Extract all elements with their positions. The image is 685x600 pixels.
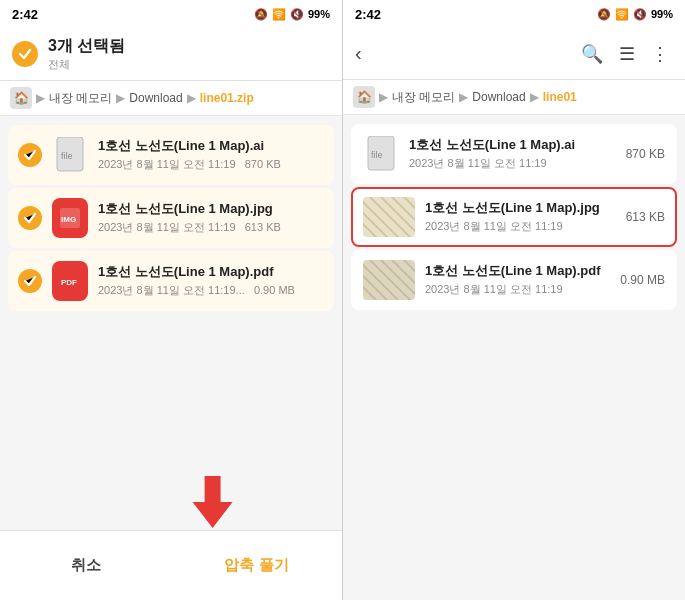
- right-file-item-pdf[interactable]: 1호선 노선도(Line 1 Map).pdf 2023년 8월 11일 오전 …: [351, 250, 677, 310]
- svg-text:file: file: [371, 150, 383, 160]
- left-bottom-bar: 취소 압축 풀기: [0, 530, 342, 600]
- home-icon[interactable]: 🏠: [10, 87, 32, 109]
- cancel-button[interactable]: 취소: [0, 531, 171, 600]
- sep2: ▶: [116, 91, 125, 105]
- wifi-icon: 🛜: [272, 8, 286, 21]
- right-wifi-icon: 🛜: [615, 8, 629, 21]
- crumb-internal[interactable]: 내장 메모리: [49, 90, 112, 107]
- right-crumb-internal[interactable]: 내장 메모리: [392, 89, 455, 106]
- right-file-meta-pdf: 2023년 8월 11일 오전 11:19: [425, 282, 610, 297]
- left-status-bar: 2:42 🔕 🛜 🔇 99%: [0, 0, 342, 28]
- right-breadcrumb: 🏠 ▶ 내장 메모리 ▶ Download ▶ line01: [343, 80, 685, 115]
- file-info-ai: 1호선 노선도(Line 1 Map).ai 2023년 8월 11일 오전 1…: [98, 138, 324, 172]
- right-file-item-jpg[interactable]: 1호선 노선도(Line 1 Map).jpg 2023년 8월 11일 오전 …: [351, 187, 677, 247]
- file-meta-pdf: 2023년 8월 11일 오전 11:19... 0.90 MB: [98, 283, 324, 298]
- all-label: 전체: [48, 57, 125, 72]
- list-icon[interactable]: ☰: [615, 39, 639, 69]
- right-file-meta-ai: 2023년 8월 11일 오전 11:19: [409, 156, 616, 171]
- file-info-pdf: 1호선 노선도(Line 1 Map).pdf 2023년 8월 11일 오전 …: [98, 264, 324, 298]
- right-file-meta-jpg: 2023년 8월 11일 오전 11:19: [425, 219, 616, 234]
- right-file-size-jpg: 613 KB: [626, 210, 665, 224]
- file-checkbox-jpg[interactable]: [18, 206, 42, 230]
- file-name-jpg: 1호선 노선도(Line 1 Map).jpg: [98, 201, 324, 218]
- right-battery-label: 99%: [651, 8, 673, 20]
- right-sep1: ▶: [379, 90, 388, 104]
- right-mute-icon: 🔕: [597, 8, 611, 21]
- file-meta-ai: 2023년 8월 11일 오전 11:19 870 KB: [98, 157, 324, 172]
- right-sound-icon: 🔇: [633, 8, 647, 21]
- battery-label: 99%: [308, 8, 330, 20]
- sep1: ▶: [36, 91, 45, 105]
- right-file-info-ai: 1호선 노선도(Line 1 Map).ai 2023년 8월 11일 오전 1…: [409, 137, 616, 171]
- right-file-list: file 1호선 노선도(Line 1 Map).ai 2023년 8월 11일…: [343, 115, 685, 600]
- left-panel: 2:42 🔕 🛜 🔇 99% 3개 선택됨 전체 🏠 ▶ 내장 메모리 ▶ Do…: [0, 0, 342, 600]
- cancel-label: 취소: [71, 556, 101, 575]
- sep3: ▶: [187, 91, 196, 105]
- right-status-bar: 2:42 🔕 🛜 🔇 99%: [343, 0, 685, 28]
- right-header: ‹ 🔍 ☰ ⋮: [343, 28, 685, 80]
- file-checkbox-ai[interactable]: [18, 143, 42, 167]
- left-time: 2:42: [12, 7, 38, 22]
- right-file-info-jpg: 1호선 노선도(Line 1 Map).jpg 2023년 8월 11일 오전 …: [425, 200, 616, 234]
- back-button[interactable]: ‹: [355, 42, 362, 65]
- right-file-icon-ai: file: [363, 134, 399, 174]
- mute-icon: 🔕: [254, 8, 268, 21]
- right-time: 2:42: [355, 7, 381, 22]
- file-meta-jpg: 2023년 8월 11일 오전 11:19 613 KB: [98, 220, 324, 235]
- right-sep2: ▶: [459, 90, 468, 104]
- right-file-size-pdf: 0.90 MB: [620, 273, 665, 287]
- right-file-info-pdf: 1호선 노선도(Line 1 Map).pdf 2023년 8월 11일 오전 …: [425, 263, 610, 297]
- right-crumb-download[interactable]: Download: [472, 90, 525, 104]
- extract-label: 압축 풀기: [224, 556, 288, 575]
- file-item-pdf[interactable]: PDF 1호선 노선도(Line 1 Map).pdf 2023년 8월 11일…: [8, 251, 334, 311]
- more-icon[interactable]: ⋮: [647, 39, 673, 69]
- file-name-pdf: 1호선 노선도(Line 1 Map).pdf: [98, 264, 324, 281]
- extract-button[interactable]: 압축 풀기: [171, 531, 342, 600]
- right-file-name-pdf: 1호선 노선도(Line 1 Map).pdf: [425, 263, 610, 280]
- right-sep3: ▶: [530, 90, 539, 104]
- svg-text:PDF: PDF: [61, 278, 77, 287]
- left-status-icons: 🔕 🛜 🔇 99%: [254, 8, 330, 21]
- crumb-file[interactable]: line01.zip: [200, 91, 254, 105]
- file-info-jpg: 1호선 노선도(Line 1 Map).jpg 2023년 8월 11일 오전 …: [98, 201, 324, 235]
- file-icon-pdf: PDF: [52, 261, 88, 301]
- svg-text:IMG: IMG: [61, 215, 76, 224]
- left-header: 3개 선택됨 전체: [0, 28, 342, 81]
- select-all-checkbox[interactable]: [12, 41, 38, 67]
- svg-marker-6: [193, 476, 233, 528]
- right-status-icons: 🔕 🛜 🔇 99%: [597, 8, 673, 21]
- file-checkbox-pdf[interactable]: [18, 269, 42, 293]
- file-item-jpg[interactable]: IMG 1호선 노선도(Line 1 Map).jpg 2023년 8월 11일…: [8, 188, 334, 248]
- selected-count-label: 3개 선택됨: [48, 36, 125, 57]
- crumb-download[interactable]: Download: [129, 91, 182, 105]
- thumb-jpg: [363, 197, 415, 237]
- right-file-name-jpg: 1호선 노선도(Line 1 Map).jpg: [425, 200, 616, 217]
- extract-arrow-indicator: [187, 476, 239, 532]
- file-icon-ai: file: [52, 135, 88, 175]
- thumb-pdf: [363, 260, 415, 300]
- file-name-ai: 1호선 노선도(Line 1 Map).ai: [98, 138, 324, 155]
- file-icon-jpg: IMG: [52, 198, 88, 238]
- left-file-list: file 1호선 노선도(Line 1 Map).ai 2023년 8월 11일…: [0, 116, 342, 530]
- search-icon[interactable]: 🔍: [577, 39, 607, 69]
- file-item-ai[interactable]: file 1호선 노선도(Line 1 Map).ai 2023년 8월 11일…: [8, 125, 334, 185]
- sound-icon: 🔇: [290, 8, 304, 21]
- right-file-item-ai[interactable]: file 1호선 노선도(Line 1 Map).ai 2023년 8월 11일…: [351, 124, 677, 184]
- right-crumb-folder[interactable]: line01: [543, 90, 577, 104]
- left-breadcrumb: 🏠 ▶ 내장 메모리 ▶ Download ▶ line01.zip: [0, 81, 342, 116]
- right-file-size-ai: 870 KB: [626, 147, 665, 161]
- right-file-name-ai: 1호선 노선도(Line 1 Map).ai: [409, 137, 616, 154]
- svg-text:file: file: [61, 151, 73, 161]
- header-title-block: 3개 선택됨 전체: [48, 36, 125, 72]
- right-home-icon[interactable]: 🏠: [353, 86, 375, 108]
- right-panel: 2:42 🔕 🛜 🔇 99% ‹ 🔍 ☰ ⋮ 🏠 ▶ 내장 메모리 ▶ Down…: [343, 0, 685, 600]
